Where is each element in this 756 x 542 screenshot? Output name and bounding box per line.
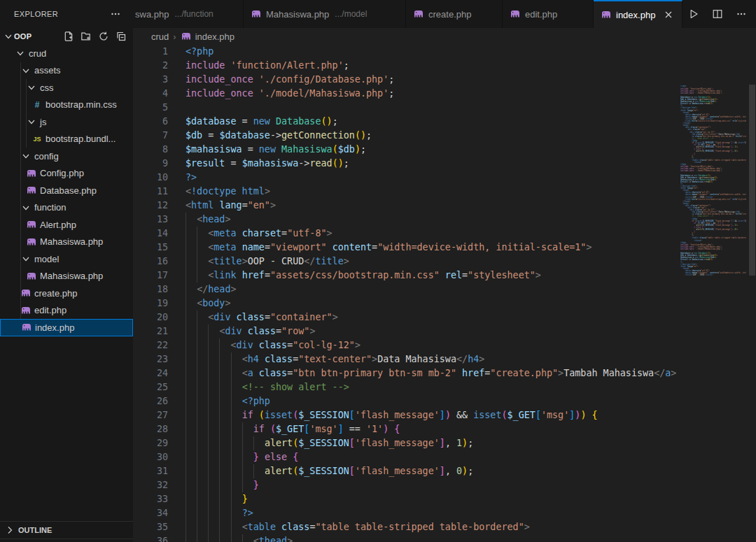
- code-line[interactable]: <?php: [186, 45, 676, 59]
- line-number[interactable]: 8: [133, 143, 168, 157]
- code-line[interactable]: <title>OOP - CRUD</title>: [186, 255, 676, 269]
- code-line[interactable]: <link href="assets/css/bootstrap.min.css…: [186, 269, 676, 283]
- tree-item-css[interactable]: css: [0, 79, 133, 97]
- line-number[interactable]: 7: [133, 129, 168, 143]
- code-line[interactable]: alert($_SESSION['flash_message'], 0);: [186, 464, 676, 478]
- line-number[interactable]: 13: [133, 213, 168, 227]
- line-number[interactable]: 27: [133, 408, 168, 422]
- line-number[interactable]: 29: [133, 436, 168, 450]
- code-line[interactable]: <meta name="viewport" content="width=dev…: [186, 241, 676, 255]
- line-number[interactable]: 22: [133, 338, 168, 352]
- code-line[interactable]: </head>: [186, 283, 676, 297]
- line-number[interactable]: 17: [133, 269, 168, 283]
- code-line[interactable]: <!doctype html>: [186, 185, 676, 199]
- line-number[interactable]: 25: [133, 380, 168, 394]
- code-lines[interactable]: <?phpinclude 'function/Alert.php';includ…: [186, 45, 676, 542]
- code-line[interactable]: <!-- show alert -->: [186, 380, 676, 394]
- line-number[interactable]: 32: [133, 478, 168, 492]
- code-line[interactable]: <div class="container">: [186, 311, 676, 325]
- close-icon[interactable]: [662, 8, 675, 21]
- code-line[interactable]: ?>: [186, 506, 676, 520]
- line-number[interactable]: 10: [133, 171, 168, 185]
- code-line[interactable]: $db = $database->getConnection();: [186, 129, 676, 143]
- more-icon[interactable]: [734, 6, 749, 22]
- run-icon[interactable]: [686, 6, 701, 22]
- tree-item-database.php[interactable]: Database.php: [0, 182, 133, 199]
- line-number[interactable]: 9: [133, 157, 168, 171]
- line-number[interactable]: 6: [133, 115, 168, 129]
- line-number[interactable]: 16: [133, 255, 168, 269]
- collapse-all-icon[interactable]: [115, 29, 127, 44]
- code-line[interactable]: <head>: [186, 213, 676, 227]
- tree-item-js[interactable]: js: [0, 113, 133, 131]
- line-number[interactable]: 14: [133, 227, 168, 241]
- breadcrumb-item-index.php[interactable]: index.php: [181, 31, 234, 42]
- new-file-icon[interactable]: [62, 29, 75, 44]
- line-number[interactable]: 21: [133, 325, 168, 338]
- line-number[interactable]: 36: [133, 534, 168, 542]
- vertical-scrollbar-thumb[interactable]: [749, 85, 755, 276]
- line-number[interactable]: 28: [133, 422, 168, 436]
- code-line[interactable]: ?>: [186, 171, 676, 185]
- tree-item-bootstrap.min.css[interactable]: #bootstrap.min.css: [0, 97, 133, 114]
- line-number[interactable]: 35: [133, 520, 168, 534]
- code-line[interactable]: include_once './model/Mahasiswa.php';: [186, 87, 676, 101]
- code-line[interactable]: alert($_SESSION['flash_message'], 1);: [186, 436, 676, 450]
- code-editor[interactable]: 1234567891011121314151617181920212223242…: [133, 45, 756, 542]
- tree-item-model[interactable]: model: [0, 250, 133, 268]
- code-line[interactable]: <div class="row">: [186, 325, 676, 338]
- new-folder-icon[interactable]: [80, 29, 92, 44]
- code-line[interactable]: [186, 101, 676, 115]
- line-number[interactable]: 33: [133, 492, 168, 506]
- tab-mahasiswa.php[interactable]: Mahasiswa.php.../model: [244, 0, 406, 28]
- split-editor-icon[interactable]: [710, 6, 725, 22]
- tree-item-mahasiswa.php[interactable]: Mahasiswa.php: [0, 234, 133, 251]
- line-number[interactable]: 34: [133, 506, 168, 520]
- tree-item-assets[interactable]: assets: [0, 62, 133, 80]
- minimap[interactable]: <?phpinclude 'function/Alert.php';includ…: [680, 85, 746, 278]
- refresh-icon[interactable]: [97, 29, 110, 44]
- tree-item-alert.php[interactable]: Alert.php: [0, 216, 133, 234]
- code-line[interactable]: $database = new Database();: [186, 115, 676, 129]
- line-number[interactable]: 30: [133, 450, 168, 464]
- line-number[interactable]: 24: [133, 366, 168, 380]
- line-number[interactable]: 3: [133, 73, 168, 87]
- tab-swa.php[interactable]: swa.php.../function: [133, 0, 244, 28]
- tree-item-function[interactable]: function: [0, 199, 133, 217]
- code-line[interactable]: include_once './config/Database.php';: [186, 73, 676, 87]
- line-number[interactable]: 20: [133, 311, 168, 325]
- code-line[interactable]: <h4 class="text-center">Data Mahasiswa</…: [186, 352, 676, 366]
- code-line[interactable]: } else {: [186, 450, 676, 464]
- line-number[interactable]: 2: [133, 59, 168, 73]
- explorer-more-actions-button[interactable]: [108, 6, 123, 22]
- line-number[interactable]: 4: [133, 87, 168, 101]
- tab-edit.php[interactable]: edit.php: [503, 0, 594, 28]
- line-number[interactable]: 19: [133, 297, 168, 311]
- breadcrumb-item-crud[interactable]: crud: [151, 31, 169, 42]
- line-number[interactable]: 23: [133, 352, 168, 366]
- code-line[interactable]: if (isset($_SESSION['flash_message']) &&…: [186, 408, 676, 422]
- code-line[interactable]: <html lang="en">: [186, 199, 676, 213]
- code-line[interactable]: }: [186, 492, 676, 506]
- tree-item-crud[interactable]: crud: [0, 45, 133, 62]
- code-line[interactable]: <a class="btn btn-primary btn-sm mb-2" h…: [186, 366, 676, 380]
- tree-item-create.php[interactable]: create.php: [0, 285, 133, 302]
- code-line[interactable]: <body>: [186, 297, 676, 311]
- code-line[interactable]: <?php: [186, 394, 676, 408]
- code-line[interactable]: <thead>: [186, 534, 676, 542]
- line-number[interactable]: 18: [133, 283, 168, 297]
- code-line[interactable]: $mahasiswa = new Mahasiswa($db);: [186, 143, 676, 157]
- line-number[interactable]: 31: [133, 464, 168, 478]
- tree-item-config[interactable]: config: [0, 148, 133, 165]
- tree-item-config.php[interactable]: Config.php: [0, 165, 133, 183]
- code-line[interactable]: <meta charset="utf-8">: [186, 227, 676, 241]
- tree-item-index.php[interactable]: index.php: [0, 319, 133, 336]
- workspace-section-header[interactable]: OOP: [0, 28, 133, 45]
- outline-section-header[interactable]: OUTLINE: [0, 521, 133, 539]
- code-line[interactable]: if ($_GET['msg'] == '1') {: [186, 422, 676, 436]
- tab-create.php[interactable]: create.php: [406, 0, 503, 28]
- code-line[interactable]: <div class="col-lg-12">: [186, 338, 676, 352]
- tab-index.php[interactable]: index.php: [594, 0, 682, 28]
- line-number[interactable]: 1: [133, 45, 168, 59]
- code-line[interactable]: <table class="table table-stripped table…: [186, 520, 676, 534]
